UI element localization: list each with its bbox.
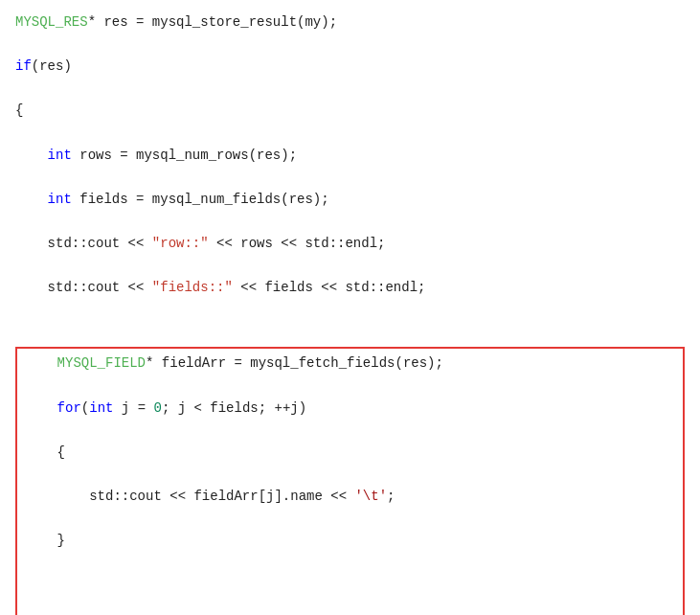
- code-line: [15, 321, 685, 343]
- code-block: MYSQL_RES* res = mysql_store_result(my);…: [15, 11, 685, 615]
- code-line: [25, 574, 675, 596]
- code-line: std::cout << fieldArr[j].name << '\t';: [25, 486, 675, 508]
- highlighted-region: MYSQL_FIELD* fieldArr = mysql_fetch_fiel…: [15, 347, 685, 615]
- code-line: MYSQL_RES* res = mysql_store_result(my);: [15, 11, 685, 34]
- code-line: if(res): [15, 56, 685, 78]
- code-line: int fields = mysql_num_fields(res);: [15, 189, 685, 211]
- code-line: {: [25, 442, 675, 464]
- code-line: {: [15, 100, 685, 122]
- code-line: std::cout << "fields::" << fields << std…: [15, 277, 685, 299]
- code-line: std::cout << "row::" << rows << std::end…: [15, 233, 685, 255]
- code-line: for(int j = 0; j < fields; ++j): [25, 398, 675, 420]
- code-line: int rows = mysql_num_rows(res);: [15, 145, 685, 167]
- code-line: }: [25, 530, 675, 552]
- code-container: MYSQL_RES* res = mysql_store_result(my);…: [15, 11, 685, 615]
- code-line: MYSQL_FIELD* fieldArr = mysql_fetch_fiel…: [25, 353, 675, 375]
